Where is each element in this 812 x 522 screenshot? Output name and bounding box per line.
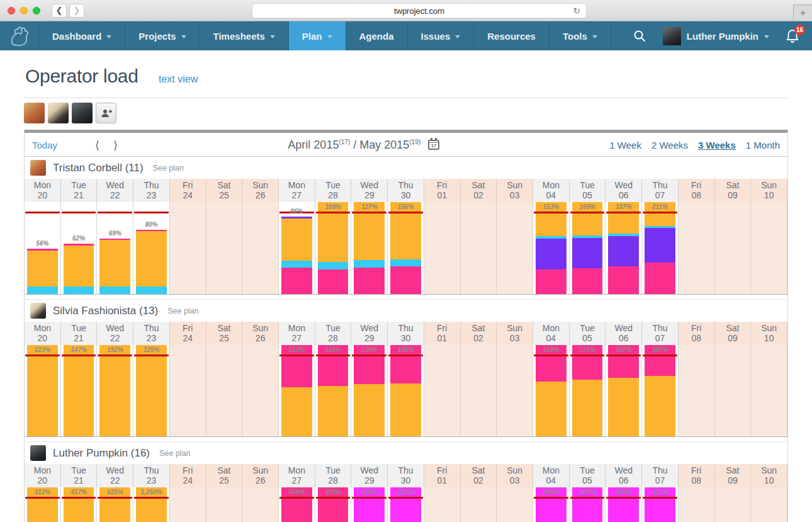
browser-forward-button[interactable]: ❯ xyxy=(69,4,84,18)
day-cell: 156% xyxy=(388,202,424,294)
day-cell xyxy=(751,345,787,436)
nav-item-dashboard[interactable]: Dashboard xyxy=(39,21,125,50)
operator-avatar-silvia[interactable] xyxy=(48,103,69,123)
load-segment-pink xyxy=(572,268,603,294)
range-1-month[interactable]: 1 Month xyxy=(746,140,780,150)
load-segment-cyan xyxy=(281,261,312,267)
day-cell xyxy=(679,345,715,436)
load-bar[interactable] xyxy=(136,345,167,436)
load-bar[interactable] xyxy=(136,230,167,294)
nav-item-agenda[interactable]: Agenda xyxy=(346,21,408,50)
text-view-link[interactable]: text view xyxy=(159,74,198,84)
load-percent-label: 187% xyxy=(606,346,641,353)
load-percent-label: 148% xyxy=(388,346,424,353)
notifications-button[interactable]: 16 xyxy=(786,28,799,43)
load-bar[interactable] xyxy=(572,345,603,436)
day-date: 07 xyxy=(642,475,678,485)
reload-icon[interactable]: ↻ xyxy=(573,6,580,16)
day-cell xyxy=(497,345,533,436)
load-bar[interactable] xyxy=(64,244,94,294)
limit-100-line xyxy=(643,212,677,213)
limit-100-line xyxy=(606,355,641,356)
load-bar[interactable] xyxy=(354,202,385,294)
day-of-week: Fri xyxy=(424,465,460,475)
week-number-april: (17) xyxy=(339,139,350,145)
user-menu[interactable]: Luther Pumpkin xyxy=(663,27,769,45)
browser-back-button[interactable]: ❮ xyxy=(52,4,67,18)
nav-item-projects[interactable]: Projects xyxy=(125,21,200,50)
load-segment-pink xyxy=(354,268,385,294)
load-bar[interactable] xyxy=(318,345,349,436)
see-plan-link[interactable]: See plan xyxy=(159,449,190,458)
load-bar[interactable] xyxy=(572,202,603,294)
operator-avatar-tristan[interactable] xyxy=(24,103,45,123)
load-segment-purple xyxy=(645,228,675,263)
limit-100-line xyxy=(134,497,169,499)
new-tab-button[interactable]: + xyxy=(793,4,812,21)
load-bar[interactable] xyxy=(536,345,567,436)
load-bar[interactable] xyxy=(281,217,312,294)
see-plan-link[interactable]: See plan xyxy=(167,307,198,315)
day-header-cell: Wed22 xyxy=(97,322,133,345)
operator-avatar-luther[interactable] xyxy=(72,103,93,123)
day-of-week: Mon xyxy=(533,323,569,333)
day-header-cell: Thu30 xyxy=(388,464,424,487)
load-bar[interactable] xyxy=(318,202,349,294)
load-bar[interactable] xyxy=(281,345,312,436)
day-header-cell: Fri08 xyxy=(679,322,715,345)
load-bar[interactable] xyxy=(390,202,421,294)
day-header-cell: Sun10 xyxy=(751,464,787,487)
day-of-week: Sat xyxy=(461,180,497,190)
next-period-button[interactable]: ⟩ xyxy=(113,139,118,152)
day-cell: 625% xyxy=(97,487,133,522)
range-2-weeks[interactable]: 2 Weeks xyxy=(651,140,688,150)
twproject-logo[interactable] xyxy=(0,21,39,50)
limit-100-line xyxy=(643,497,677,499)
load-chart-row: 56%62%69%80%96%109%127%156%153%168%187%2… xyxy=(25,202,787,295)
day-cell xyxy=(424,345,461,436)
zoom-window-button[interactable] xyxy=(33,7,40,14)
day-cell xyxy=(242,487,279,522)
load-bar[interactable] xyxy=(645,345,675,436)
day-date: 02 xyxy=(461,333,497,343)
day-header-cell: Sat09 xyxy=(715,464,752,487)
load-bar[interactable] xyxy=(608,345,639,436)
day-of-week: Sun xyxy=(497,323,533,333)
range-1-week[interactable]: 1 Week xyxy=(609,140,641,150)
limit-100-line xyxy=(279,497,314,499)
nav-item-resources[interactable]: Resources xyxy=(474,21,550,50)
nav-item-tools[interactable]: Tools xyxy=(550,21,611,50)
load-bar[interactable] xyxy=(99,345,130,436)
load-bar[interactable] xyxy=(27,249,58,294)
load-bar[interactable] xyxy=(27,345,58,436)
load-bar[interactable] xyxy=(536,202,567,294)
day-date: 08 xyxy=(679,333,714,343)
prev-period-button[interactable]: ⟨ xyxy=(95,139,99,152)
load-bar[interactable] xyxy=(99,239,130,294)
load-bar[interactable] xyxy=(64,345,94,436)
horizontal-scrollbar[interactable] xyxy=(25,130,787,133)
nav-item-issues[interactable]: Issues xyxy=(408,21,475,50)
add-operator-button[interactable] xyxy=(96,103,116,123)
search-button[interactable] xyxy=(633,29,646,43)
calendar-picker-icon[interactable]: 17 xyxy=(428,140,439,150)
nav-item-label: Issues xyxy=(421,31,451,42)
day-of-week: Thu xyxy=(133,465,169,475)
load-bar[interactable] xyxy=(608,202,639,294)
nav-item-plan[interactable]: Plan xyxy=(289,21,346,50)
minimize-window-button[interactable] xyxy=(20,7,28,14)
chevron-down-icon xyxy=(592,35,597,38)
see-plan-link[interactable]: See plan xyxy=(153,164,184,173)
day-header-cell: Mon20 xyxy=(25,179,61,202)
load-bar[interactable] xyxy=(390,345,421,436)
load-bar[interactable] xyxy=(645,202,675,294)
limit-100-line xyxy=(316,212,351,213)
day-of-week: Thu xyxy=(133,180,169,190)
load-bar[interactable] xyxy=(354,345,385,436)
day-header-cell: Fri24 xyxy=(170,464,206,487)
close-window-button[interactable] xyxy=(8,7,15,14)
today-button[interactable]: Today xyxy=(32,140,57,150)
nav-item-timesheets[interactable]: Timesheets xyxy=(200,21,289,50)
range-3-weeks[interactable]: 3 Weeks xyxy=(698,140,736,150)
address-bar[interactable]: twproject.com ↻ xyxy=(252,3,587,18)
